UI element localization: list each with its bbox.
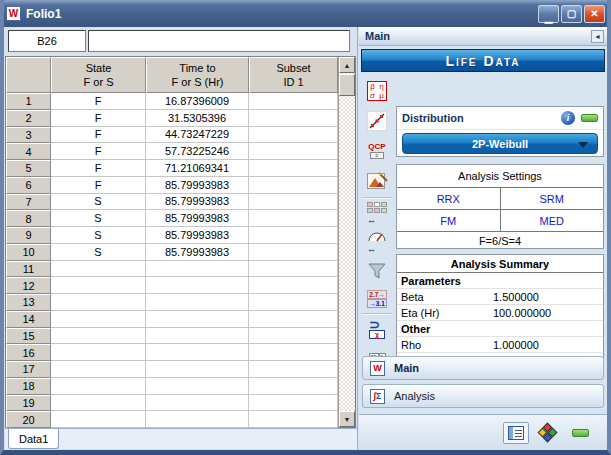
- vertical-scrollbar[interactable]: ▲ ▼: [338, 57, 355, 427]
- scroll-up-button[interactable]: ▲: [339, 57, 355, 73]
- cell-subset[interactable]: [249, 344, 338, 361]
- cell-subset[interactable]: [249, 143, 338, 160]
- cell-subset[interactable]: [249, 294, 338, 311]
- cell-state[interactable]: [51, 361, 146, 378]
- nav-bar-analysis[interactable]: ∫Σ Analysis: [362, 384, 604, 408]
- method-link-srm[interactable]: SRM: [501, 188, 604, 209]
- cell-state[interactable]: F: [51, 127, 146, 144]
- cell-subset[interactable]: [249, 411, 338, 428]
- cell-state[interactable]: S: [51, 244, 146, 261]
- row-number[interactable]: 15: [6, 328, 51, 345]
- distribution-parameters-icon[interactable]: βησμ: [364, 79, 390, 103]
- cell-state[interactable]: S: [51, 210, 146, 227]
- cell-time[interactable]: [146, 344, 249, 361]
- cell-subset[interactable]: [249, 227, 338, 244]
- scroll-down-button[interactable]: ▼: [339, 411, 355, 427]
- probability-plot-icon[interactable]: [364, 109, 390, 133]
- cell-time[interactable]: [146, 411, 249, 428]
- cell-time[interactable]: [146, 361, 249, 378]
- cell-subset[interactable]: [249, 110, 338, 127]
- filter-icon[interactable]: [364, 259, 390, 283]
- row-number[interactable]: 3: [6, 127, 51, 144]
- corner-cell[interactable]: [6, 57, 51, 93]
- cell-subset[interactable]: [249, 160, 338, 177]
- cell-subset[interactable]: [249, 177, 338, 194]
- cell-subset[interactable]: [249, 93, 338, 110]
- column-header-subset[interactable]: Subset ID 1: [249, 57, 338, 93]
- row-number[interactable]: 2: [6, 110, 51, 127]
- maximize-button[interactable]: ▢: [561, 5, 582, 23]
- cell-time[interactable]: 44.73247229: [146, 127, 249, 144]
- method-link-fm[interactable]: FM: [397, 210, 501, 231]
- round-values-icon[interactable]: 2.7→→3.1: [364, 287, 390, 311]
- cell-state[interactable]: [51, 328, 146, 345]
- row-number[interactable]: 7: [6, 194, 51, 211]
- row-number[interactable]: 16: [6, 344, 51, 361]
- cell-state[interactable]: [51, 411, 146, 428]
- qcp-icon[interactable]: QCP≡: [364, 139, 390, 163]
- cell-state[interactable]: F: [51, 177, 146, 194]
- cell-state[interactable]: [51, 344, 146, 361]
- row-number[interactable]: 6: [6, 177, 51, 194]
- cell-subset[interactable]: [249, 210, 338, 227]
- cell-state[interactable]: [51, 261, 146, 278]
- cell-time[interactable]: [146, 328, 249, 345]
- cell-subset[interactable]: [249, 261, 338, 278]
- cell-state[interactable]: F: [51, 110, 146, 127]
- cell-time[interactable]: 85.79993983: [146, 177, 249, 194]
- cell-subset[interactable]: [249, 127, 338, 144]
- plot-sheet-icon[interactable]: [567, 422, 593, 444]
- test-design-gauge-icon[interactable]: ↔: [364, 229, 390, 253]
- row-number[interactable]: 19: [6, 395, 51, 412]
- cell-state[interactable]: [51, 277, 146, 294]
- sheet-tab-data1[interactable]: Data1: [8, 429, 59, 449]
- reliasoft-pinwheel-icon[interactable]: [535, 422, 561, 444]
- column-header-time[interactable]: Time to F or S (Hr): [146, 57, 249, 93]
- cell-state[interactable]: [51, 294, 146, 311]
- cell-state[interactable]: F: [51, 143, 146, 160]
- cell-time[interactable]: 85.79993983: [146, 244, 249, 261]
- row-number[interactable]: 1: [6, 93, 51, 110]
- cell-time[interactable]: 31.5305396: [146, 110, 249, 127]
- cell-state[interactable]: S: [51, 227, 146, 244]
- info-icon[interactable]: i: [561, 111, 575, 125]
- row-number[interactable]: 20: [6, 411, 51, 428]
- close-button[interactable]: ✕: [584, 5, 605, 23]
- cell-time[interactable]: [146, 277, 249, 294]
- cell-state[interactable]: S: [51, 194, 146, 211]
- formula-input[interactable]: [88, 30, 350, 52]
- cell-subset[interactable]: [249, 378, 338, 395]
- cell-subset[interactable]: [249, 328, 338, 345]
- cell-subset[interactable]: [249, 361, 338, 378]
- collapse-panel-icon[interactable]: ◄: [591, 30, 604, 43]
- cell-time[interactable]: [146, 261, 249, 278]
- row-number[interactable]: 17: [6, 361, 51, 378]
- minimize-button[interactable]: ▁: [538, 5, 559, 23]
- cell-state[interactable]: [51, 311, 146, 328]
- cell-subset[interactable]: [249, 244, 338, 261]
- group-data-icon[interactable]: ⊃χ: [364, 317, 390, 341]
- distribution-dropdown[interactable]: 2P-Weibull: [402, 133, 598, 154]
- cell-time[interactable]: 85.79993983: [146, 227, 249, 244]
- cell-time[interactable]: [146, 311, 249, 328]
- cell-state[interactable]: [51, 378, 146, 395]
- row-number[interactable]: 5: [6, 160, 51, 177]
- row-number[interactable]: 9: [6, 227, 51, 244]
- cell-time[interactable]: 85.79993983: [146, 194, 249, 211]
- row-number[interactable]: 8: [6, 210, 51, 227]
- cell-time[interactable]: [146, 294, 249, 311]
- cell-time[interactable]: 16.87396009: [146, 93, 249, 110]
- cell-state[interactable]: [51, 395, 146, 412]
- cell-subset[interactable]: [249, 194, 338, 211]
- plot-wizard-icon[interactable]: [364, 169, 390, 193]
- report-icon[interactable]: [503, 422, 529, 444]
- nav-bar-main[interactable]: W Main: [362, 356, 604, 380]
- row-number[interactable]: 13: [6, 294, 51, 311]
- row-number[interactable]: 14: [6, 311, 51, 328]
- cell-reference-box[interactable]: B26: [8, 30, 86, 52]
- scrollbar-thumb[interactable]: [339, 74, 355, 96]
- row-number[interactable]: 4: [6, 143, 51, 160]
- cell-subset[interactable]: [249, 395, 338, 412]
- cell-time[interactable]: 57.73225246: [146, 143, 249, 160]
- plot-indicator-icon[interactable]: [581, 114, 598, 122]
